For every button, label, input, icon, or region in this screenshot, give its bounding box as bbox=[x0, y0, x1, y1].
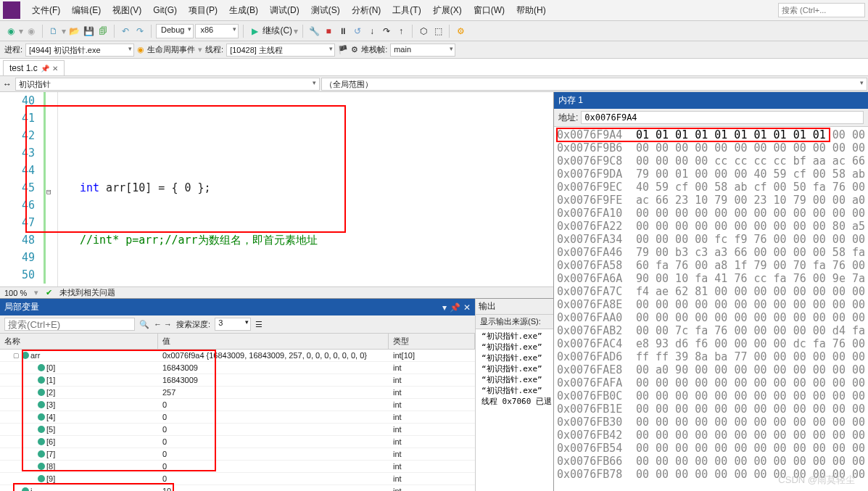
zoom-level[interactable]: 100 % bbox=[4, 289, 27, 297]
back-icon[interactable]: ◉ bbox=[4, 25, 17, 38]
memory-grid[interactable]: 0x0076F9A401 01 01 01 01 01 01 01 01 01 … bbox=[554, 127, 868, 491]
line-num: 40 bbox=[0, 92, 35, 110]
menu-git[interactable]: Git(G) bbox=[147, 3, 183, 17]
forward-icon[interactable]: ◉ bbox=[25, 25, 38, 38]
locals-row[interactable]: i10int bbox=[0, 485, 475, 491]
menu-analyze[interactable]: 分析(N) bbox=[346, 2, 387, 19]
locals-row[interactable]: ▢ arr0x0076f9a4 {16843009, 16843009, 257… bbox=[0, 350, 475, 362]
memory-addr-label: 地址: bbox=[558, 112, 578, 124]
locals-row[interactable]: [8]0int bbox=[0, 461, 475, 473]
save-all-icon[interactable]: 🗐 bbox=[96, 25, 109, 38]
line-num: 42 bbox=[0, 127, 35, 144]
col-name[interactable]: 名称 bbox=[0, 334, 158, 349]
process-bar: 进程: [4944] 初识指针.exe ◉ 生命周期事件 ▾ 线程: [1042… bbox=[0, 41, 868, 59]
menu-project[interactable]: 项目(P) bbox=[183, 2, 223, 19]
menu-debug[interactable]: 调试(D) bbox=[264, 2, 305, 19]
menu-extensions[interactable]: 扩展(X) bbox=[427, 2, 468, 19]
locals-row[interactable]: [9]0int bbox=[0, 473, 475, 485]
hex-icon[interactable]: ⬡ bbox=[417, 25, 430, 38]
locals-search-input[interactable] bbox=[4, 318, 135, 331]
tab-test1c[interactable]: test 1.c 📌 ✕ bbox=[3, 60, 65, 75]
dropdown-icon[interactable]: ▾ bbox=[442, 302, 447, 313]
line-num: 44 bbox=[0, 162, 35, 179]
menu-test[interactable]: 测试(S) bbox=[305, 2, 346, 19]
locals-panel: 局部变量 ▾ 📌 ✕ 🔍 ← → 搜索深度: 3 ☰ 名称 bbox=[0, 298, 475, 491]
vs-logo-icon bbox=[3, 1, 20, 19]
restart-icon[interactable]: ↺ bbox=[351, 25, 364, 38]
step-out-icon[interactable]: ↑ bbox=[394, 25, 408, 38]
line-num: 46 bbox=[0, 197, 35, 214]
locals-grid[interactable]: 名称 值 类型 ▢ arr0x0076f9a4 {16843009, 16843… bbox=[0, 334, 475, 491]
fold-margin[interactable]: ⊟ bbox=[41, 92, 58, 286]
output-source-label: 显示输出来源(S): bbox=[480, 317, 541, 326]
context-scope2[interactable]: （全局范围） bbox=[321, 78, 867, 91]
menu-tools[interactable]: 工具(T) bbox=[387, 2, 426, 19]
continue-label[interactable]: 继续(C) bbox=[263, 25, 292, 37]
menu-build[interactable]: 生成(B) bbox=[223, 2, 264, 19]
locals-title: 局部变量 bbox=[4, 301, 39, 313]
menu-view[interactable]: 视图(V) bbox=[107, 2, 147, 19]
stackframe-label: 堆栈帧: bbox=[361, 44, 387, 55]
step-into-icon[interactable]: ↓ bbox=[365, 25, 379, 38]
pause-icon[interactable]: ⏸ bbox=[336, 25, 350, 38]
col-value[interactable]: 值 bbox=[158, 334, 389, 349]
thread-dropdown[interactable]: [10428] 主线程 bbox=[226, 44, 335, 57]
process-dropdown[interactable]: [4944] 初识指针.exe bbox=[25, 44, 134, 57]
code-editor[interactable]: 40 41 42 43 44 45 46 47 48 49 50 ⊟ bbox=[0, 92, 553, 286]
stackframe-dropdown[interactable]: main bbox=[390, 44, 455, 57]
locals-row[interactable]: [3]0int bbox=[0, 399, 475, 411]
output-body[interactable]: “初识指针.exe”“初识指针.exe”“初识指针.exe”“初识指针.exe”… bbox=[476, 329, 558, 491]
line-num: 47 bbox=[0, 214, 35, 231]
line-num: 48 bbox=[0, 231, 35, 249]
locals-row[interactable]: [2]257int bbox=[0, 387, 475, 399]
close-icon[interactable]: ✕ bbox=[463, 302, 471, 313]
memory-title-bar[interactable]: 内存 1 bbox=[554, 92, 868, 109]
menu-edit[interactable]: 编辑(E) bbox=[66, 2, 107, 19]
line-num: 49 bbox=[0, 249, 35, 266]
locals-row[interactable]: [0]16843009int bbox=[0, 362, 475, 374]
open-icon[interactable]: 📂 bbox=[67, 25, 80, 38]
output-panel: 输出 显示输出来源(S): “初识指针.exe”“初识指针.exe”“初识指针.… bbox=[475, 298, 558, 491]
line-num: 41 bbox=[0, 110, 35, 127]
issues-icon[interactable]: ✔ bbox=[46, 288, 52, 297]
locals-row[interactable]: [1]16843009int bbox=[0, 374, 475, 387]
menu-file[interactable]: 文件(F) bbox=[26, 2, 66, 19]
continue-icon[interactable]: ▶ bbox=[248, 25, 261, 38]
menu-search-input[interactable] bbox=[778, 3, 865, 17]
config-dropdown[interactable]: Debug bbox=[156, 24, 194, 38]
locals-row[interactable]: [6]0int bbox=[0, 436, 475, 448]
toolbar: ◉ ▾ ◉ 🗋 ▾ 📂 💾 🗐 ↶ ↷ Debug x86 ▶ 继续(C) ▾ … bbox=[0, 21, 868, 41]
toolbox-icon[interactable]: ⚙ bbox=[454, 25, 467, 38]
process-label: 进程: bbox=[4, 44, 22, 55]
output-tab[interactable]: 输出 bbox=[476, 299, 558, 315]
toolbar-icon[interactable]: ☰ bbox=[255, 320, 263, 329]
col-type[interactable]: 类型 bbox=[389, 334, 475, 349]
pin-icon[interactable]: 📌 bbox=[450, 302, 460, 313]
context-scope[interactable]: 初识指针 bbox=[15, 78, 320, 91]
line-num: 43 bbox=[0, 144, 35, 162]
locals-row[interactable]: [4]0int bbox=[0, 411, 475, 424]
redo-icon[interactable]: ↷ bbox=[133, 25, 146, 38]
pin-icon[interactable]: 📌 bbox=[41, 65, 49, 73]
save-icon[interactable]: 💾 bbox=[82, 25, 95, 38]
undo-icon[interactable]: ↶ bbox=[119, 25, 132, 38]
code-area[interactable]: int arr[10] = { 0 }; //int* p=arr;//arr为… bbox=[58, 92, 318, 286]
platform-dropdown[interactable]: x86 bbox=[195, 24, 239, 38]
locals-title-bar[interactable]: 局部变量 ▾ 📌 ✕ bbox=[0, 299, 475, 315]
stop-icon[interactable]: ■ bbox=[322, 25, 335, 38]
menu-help[interactable]: 帮助(H) bbox=[511, 2, 552, 19]
issues-label: 未找到相关问题 bbox=[59, 287, 115, 298]
locals-row[interactable]: [7]0int bbox=[0, 448, 475, 461]
tab-label: test 1.c bbox=[9, 63, 38, 73]
memory-addr-input[interactable] bbox=[581, 111, 864, 124]
threads-icon[interactable]: ⬚ bbox=[431, 25, 445, 38]
menu-window[interactable]: 窗口(W) bbox=[468, 2, 511, 19]
memory-title: 内存 1 bbox=[558, 94, 583, 107]
debug-target-icon[interactable]: 🔧 bbox=[307, 25, 321, 38]
locals-row[interactable]: [5]0int bbox=[0, 424, 475, 436]
new-icon[interactable]: 🗋 bbox=[47, 25, 60, 38]
nav-icon[interactable]: ↔ bbox=[0, 79, 15, 89]
depth-dropdown[interactable]: 3 bbox=[215, 318, 251, 331]
step-over-icon[interactable]: ↷ bbox=[380, 25, 393, 38]
close-icon[interactable]: ✕ bbox=[52, 65, 58, 73]
